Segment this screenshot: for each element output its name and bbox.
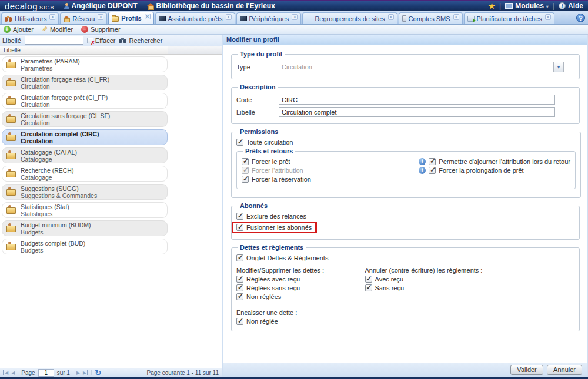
clear-button[interactable]: Effacer (87, 37, 116, 44)
checkbox-row[interactable]: Fusionner les abonnés (232, 222, 317, 233)
tab-strip: Utilisateurs Réseau Profils Assistants d… (1, 12, 556, 24)
search-input[interactable] (25, 36, 83, 45)
chevron-down-icon[interactable] (553, 62, 563, 72)
refresh-icon[interactable] (95, 368, 101, 377)
type-select[interactable]: Circulation (279, 62, 564, 72)
checkbox[interactable] (236, 139, 243, 146)
tab-close-icon[interactable] (98, 14, 103, 20)
checkbox[interactable] (236, 213, 243, 220)
checkbox-row[interactable]: Non réglées (236, 293, 281, 300)
checkbox-row[interactable]: Toute circulation (236, 139, 293, 146)
profile-list-item[interactable]: Paramètres (PARAM) Paramètres (2, 56, 168, 72)
tab-close-icon[interactable] (226, 14, 232, 20)
delete-button[interactable]: Supprimer (81, 26, 121, 33)
tab[interactable]: Planificateur de tâches (464, 12, 554, 24)
phone-icon (402, 15, 406, 22)
checkbox-row[interactable]: Forcer la prolongation de prêt (419, 167, 523, 174)
libelle-input[interactable] (279, 107, 555, 117)
checkbox[interactable] (429, 167, 436, 174)
profile-list-item[interactable]: Circulation forçage résa (CI_FR) Circula… (2, 75, 168, 90)
checkbox[interactable] (236, 284, 243, 291)
profile-list-item[interactable]: Budgets complet (BUD) Budgets (2, 239, 168, 254)
profile-list-item[interactable]: Circulation forçage prêt (CI_FP) Circula… (2, 93, 168, 109)
checkbox[interactable] (429, 158, 436, 165)
help-icon[interactable] (576, 14, 585, 22)
tab-close-icon[interactable] (453, 14, 459, 20)
checkbox-row[interactable]: Forcer l'attribution (242, 167, 303, 174)
tab-close-icon[interactable] (145, 14, 151, 19)
logo-suffix: SIGB (39, 5, 55, 11)
add-button[interactable]: Ajouter (4, 26, 34, 33)
validate-button[interactable]: Valider (510, 365, 543, 375)
modules-menu[interactable]: Modules (505, 2, 549, 10)
checkbox-row[interactable]: Réglées avec reçu (236, 276, 300, 283)
checkbox-row[interactable]: Forcer la réservation (242, 176, 311, 183)
tab[interactable]: Utilisateurs (1, 12, 59, 24)
checkbox[interactable] (365, 284, 372, 291)
checkbox-row[interactable]: Onglet Dettes & Règlements (236, 254, 328, 261)
tab-close-icon[interactable] (388, 14, 394, 20)
checkbox[interactable] (236, 276, 243, 283)
checkbox[interactable] (365, 276, 372, 283)
profile-list-item[interactable]: Circulation complet (CIRC) Circulation (2, 129, 168, 145)
prets-retours-section: Prêts et retours Forcer le prêt Forcer l… (236, 147, 576, 189)
edit-button[interactable]: Modifier (42, 25, 73, 33)
code-input[interactable] (279, 95, 555, 105)
column-header-empty (168, 46, 222, 54)
help-menu[interactable]: Aide (559, 2, 583, 10)
checkbox[interactable] (242, 158, 249, 165)
profile-folder-icon (6, 243, 16, 250)
profile-list-item[interactable]: Circulation sans forçage (CI_SF) Circula… (2, 111, 168, 127)
checkbox[interactable] (236, 224, 243, 231)
libelle-label: Libellé (236, 109, 279, 116)
type-selected-value: Circulation (279, 63, 553, 71)
column-header-libelle[interactable]: Libellé (0, 46, 168, 54)
checkbox[interactable] (236, 318, 243, 325)
profile-list-item[interactable]: Suggestions (SUGG) Suggestions & Command… (2, 184, 168, 200)
next-page-icon[interactable] (76, 370, 80, 375)
profile-list-item[interactable]: Catalogage (CATAL) Catalogage (2, 147, 168, 163)
profile-list-item[interactable]: Recherche (RECH) Catalogage (2, 166, 168, 182)
checkbox[interactable] (236, 254, 243, 261)
tab[interactable]: Regroupements de sites (302, 12, 397, 24)
checkbox[interactable] (236, 293, 243, 300)
add-label: Ajouter (13, 26, 34, 33)
tab-close-icon[interactable] (292, 14, 298, 20)
search-button[interactable]: Rechercher (119, 37, 162, 44)
profile-title: Circulation forçage prêt (CI_FP) (21, 94, 108, 101)
checkbox-row[interactable]: Forcer le prêt (242, 158, 290, 165)
checkbox-label: Sans reçu (375, 284, 405, 291)
checkbox-row[interactable]: Sans reçu (365, 284, 405, 291)
tab-label: Assistants de prêts (168, 15, 223, 22)
profile-folder-icon (6, 206, 16, 214)
tab[interactable]: Périphériques (236, 12, 302, 24)
abonnes-group: Exclure des relances Fusionner les abonn… (236, 213, 574, 233)
pagination-bar: Page sur 1 Page courante 1 - 11 sur 11 (0, 368, 222, 377)
tab[interactable]: Assistants de prêts (155, 12, 235, 24)
cancel-button[interactable]: Annuler (547, 365, 582, 375)
tab-close-icon[interactable] (49, 14, 55, 20)
profile-list-item[interactable]: Statistiques (Stat) Statistiques (2, 202, 168, 218)
profile-list-item[interactable]: Budget minimum (BUDM) Budgets (2, 220, 168, 236)
tab[interactable]: Comptes SMS (399, 12, 463, 24)
tab[interactable]: Profils (108, 12, 153, 24)
profile-subtitle: Statistiques (21, 210, 69, 217)
modules-label: Modules (515, 2, 544, 10)
checkbox-row[interactable]: Exclure des relances (236, 213, 306, 220)
checkbox-row[interactable]: Réglées sans reçu (236, 284, 300, 291)
previous-page-icon[interactable] (11, 370, 15, 375)
last-page-icon[interactable] (83, 370, 88, 375)
checkbox-row[interactable]: Non réglée (236, 318, 278, 325)
checkbox-row[interactable]: Permettre d'ajourner l'attribution lors … (419, 158, 570, 165)
checkbox[interactable] (242, 176, 249, 183)
checkbox[interactable] (242, 167, 249, 174)
page-number-input[interactable] (38, 369, 54, 377)
delete-icon (81, 26, 88, 33)
checkbox-row[interactable]: Avec reçu (365, 276, 404, 283)
checkbox-label: Non réglée (246, 318, 278, 325)
first-page-icon[interactable] (3, 370, 8, 375)
profile-title: Circulation complet (CIRC) (21, 130, 99, 137)
tab-close-icon[interactable] (545, 14, 551, 20)
tab[interactable]: Réseau (60, 12, 107, 24)
favorites-icon[interactable] (488, 2, 495, 11)
